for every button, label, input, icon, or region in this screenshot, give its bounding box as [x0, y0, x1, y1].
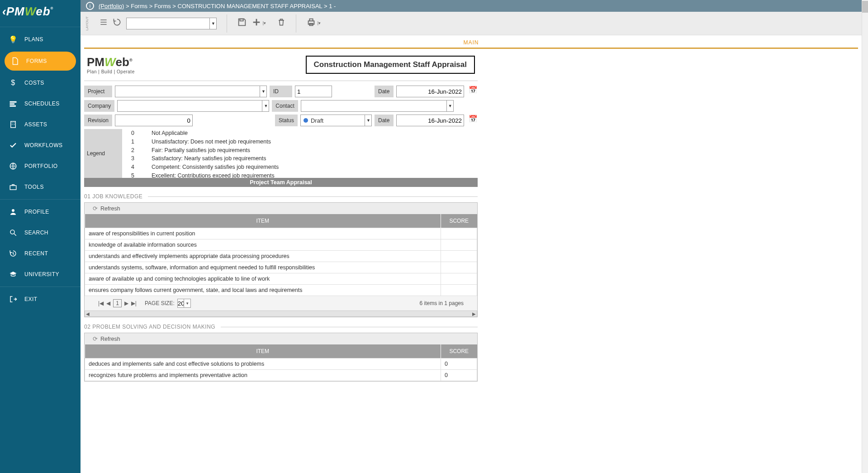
nav-tools[interactable]: TOOLS	[0, 177, 81, 197]
label-company: Company	[84, 100, 114, 112]
tab-main[interactable]: MAIN	[464, 39, 479, 46]
horizontal-scrollbar[interactable]: ◀▶	[85, 311, 477, 317]
delete-icon[interactable]	[277, 18, 286, 29]
cell-score[interactable]	[441, 239, 477, 251]
chevron-down-icon[interactable]: ▼	[365, 115, 372, 126]
table-row[interactable]: deduces and implements safe and cost eff…	[85, 358, 477, 370]
cell-item: knowledge of available information sourc…	[85, 239, 441, 251]
refresh-button[interactable]: Refresh	[100, 205, 120, 212]
vertical-scrollbar[interactable]	[862, 0, 868, 473]
table-row[interactable]: aware of responsibilities in current pos…	[85, 228, 477, 239]
label-date: Date	[375, 86, 394, 97]
info-icon[interactable]: i	[86, 2, 94, 10]
project-input[interactable]	[115, 86, 267, 97]
table-row[interactable]: recognizes future problems and implement…	[85, 370, 477, 381]
nav-label: PORTFOLIO	[24, 163, 58, 169]
history-toolbar-icon[interactable]	[113, 18, 122, 29]
next-page-icon[interactable]: ▶	[124, 300, 128, 306]
legend-num: 4	[131, 163, 134, 172]
legend-text: Unsatisfactory: Does not meet job requir…	[152, 138, 279, 146]
chevron-down-icon[interactable]: ▼	[262, 100, 269, 112]
toolbar-select[interactable]: ▼	[126, 18, 217, 29]
chevron-down-icon[interactable]: ▼	[184, 299, 191, 308]
form-title: Construction Management Staff Appraisal	[306, 56, 475, 74]
nav-portfolio[interactable]: PORTFOLIO	[0, 156, 81, 177]
nav-plans[interactable]: 💡 PLANS	[0, 29, 81, 50]
status-select[interactable]: Draft ▼	[300, 115, 372, 126]
calendar-icon[interactable]: 📅	[469, 86, 478, 97]
nav-label: ASSETS	[24, 121, 47, 128]
legend-text: Fair: Partially satisfies job requiremen…	[152, 146, 279, 155]
company-input[interactable]	[117, 100, 269, 112]
cell-item: aware of available up and coming technol…	[85, 273, 441, 285]
history-icon	[8, 248, 18, 258]
cell-score[interactable]: 0	[441, 370, 477, 381]
svg-rect-4	[12, 123, 13, 124]
nav-assets[interactable]: ASSETS	[0, 114, 81, 135]
document-icon	[10, 56, 20, 66]
svg-rect-0	[10, 101, 17, 103]
table-row[interactable]: understands systems, software, informati…	[85, 262, 477, 273]
table-row[interactable]: understands and effectively implements a…	[85, 251, 477, 262]
user-icon	[8, 207, 18, 217]
nav-exit[interactable]: EXIT	[0, 289, 81, 310]
nav-costs[interactable]: $ COSTS	[0, 72, 81, 93]
page-size-select[interactable]: ▼	[177, 299, 191, 308]
cell-score[interactable]: 0	[441, 358, 477, 370]
print-icon[interactable]: |▾	[306, 17, 316, 29]
revision-input[interactable]	[115, 115, 193, 126]
toolbar-select-input[interactable]	[126, 18, 217, 29]
chevron-down-icon[interactable]: ▼	[209, 18, 217, 29]
cell-score[interactable]	[441, 251, 477, 262]
status-value: Draft	[311, 117, 323, 124]
date-input[interactable]	[396, 86, 464, 97]
nav-forms[interactable]: FORMS	[5, 52, 76, 71]
building-icon	[8, 119, 18, 129]
chevron-down-icon[interactable]: ▼	[446, 100, 454, 112]
cell-score[interactable]	[441, 273, 477, 285]
calendar-icon[interactable]: 📅	[469, 115, 478, 126]
nav-workflows[interactable]: WORKFLOWS	[0, 135, 81, 156]
cell-item: deduces and implements safe and cost eff…	[85, 358, 441, 370]
company-select[interactable]: ▼	[117, 100, 269, 112]
form-header: PMWeb® Plan | Build | Operate Constructi…	[84, 53, 478, 81]
refresh-icon[interactable]: ⟳	[93, 205, 98, 212]
label-revision: Revision	[84, 115, 112, 126]
layout-vertical-label: LAYOUT	[85, 16, 89, 30]
first-page-icon[interactable]: |◀	[98, 300, 104, 306]
col-item: ITEM	[85, 344, 441, 358]
table-row[interactable]: knowledge of available information sourc…	[85, 239, 477, 251]
last-page-icon[interactable]: ▶|	[131, 300, 137, 306]
nav-schedules[interactable]: SCHEDULES	[0, 93, 81, 114]
chevron-down-icon[interactable]: ▼	[260, 86, 267, 97]
add-icon[interactable]: |▾	[251, 17, 261, 29]
nav-search[interactable]: SEARCH	[0, 222, 81, 243]
content: MAIN PMWeb® Plan | Build | Operate Const…	[81, 35, 862, 473]
prev-page-icon[interactable]: ◀	[106, 300, 110, 306]
legend-text: Excellent: Contributions exceed job requ…	[152, 172, 279, 178]
tab-row: MAIN	[81, 35, 862, 48]
list-icon[interactable]	[99, 18, 108, 29]
nav-recent[interactable]: RECENT	[0, 243, 81, 264]
cell-score[interactable]	[441, 262, 477, 273]
breadcrumb-portfolio[interactable]: (Portfolio)	[99, 3, 124, 10]
table-row[interactable]: ensures company follows current governme…	[85, 285, 477, 296]
save-icon[interactable]	[237, 17, 247, 29]
nav-profile[interactable]: PROFILE	[0, 201, 81, 222]
id-input[interactable]	[295, 86, 332, 97]
project-select[interactable]: ▼	[115, 86, 267, 97]
contact-select[interactable]: ▼	[301, 100, 454, 112]
contact-input[interactable]	[301, 100, 454, 112]
legend-num: 0	[131, 129, 134, 138]
col-score: SCORE	[441, 214, 477, 228]
cell-score[interactable]	[441, 285, 477, 296]
nav-university[interactable]: UNIVERSITY	[0, 264, 81, 285]
cell-score[interactable]	[441, 228, 477, 239]
refresh-button[interactable]: Refresh	[100, 336, 120, 342]
legend-num: 1	[131, 138, 134, 146]
table-row[interactable]: aware of available up and coming technol…	[85, 273, 477, 285]
refresh-icon[interactable]: ⟳	[93, 335, 98, 342]
toolbar: LAYOUT ▼ |▾	[81, 12, 862, 35]
status-date-input[interactable]	[396, 115, 464, 126]
breadcrumb: (Portfolio) > Forms > Forms > CONSTRUCTI…	[99, 3, 336, 10]
